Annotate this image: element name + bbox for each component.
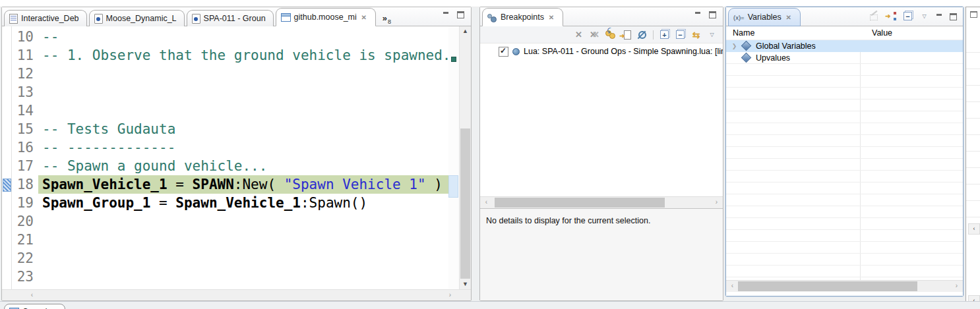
annotation-ruler-cell[interactable] [2, 194, 11, 212]
code-line[interactable]: 17-- Spawn a gound vehicle... [2, 157, 448, 175]
annotation-ruler-cell[interactable] [2, 157, 11, 175]
editor-tab-github-moose-mi[interactable]: github.moose_mi [276, 8, 376, 26]
maximize-button[interactable] [456, 11, 465, 18]
code-line[interactable]: 22 [2, 249, 448, 267]
breakpoints-toolbar: ⤹ [480, 26, 723, 43]
tab-breakpoints[interactable]: Breakpoints [482, 8, 563, 26]
close-icon[interactable] [547, 13, 555, 21]
link-with-debug-button[interactable] [690, 29, 702, 40]
annotation-ruler-cell[interactable] [2, 249, 11, 267]
scroll-right-arrow-icon[interactable]: › [712, 197, 721, 208]
scroll-left-arrow-icon[interactable]: ‹ [968, 223, 980, 235]
overview-ruler[interactable] [448, 26, 459, 289]
code-editor[interactable]: 10--11-- 1. Observe that the ground vehi… [2, 26, 448, 289]
editor-window-buttons [442, 7, 471, 18]
annotation-ruler-cell[interactable] [2, 212, 11, 231]
remove-breakpoint-button[interactable] [573, 29, 584, 40]
line-number: 17 [11, 157, 38, 175]
annotation-ruler-cell[interactable] [2, 65, 11, 83]
maximize-button[interactable] [970, 11, 977, 18]
code-segment-comment: -- Spawn a gound vehicle... [42, 158, 267, 174]
editor-horizontal-scrollbar[interactable]: ‹ › [2, 289, 471, 300]
annotation-ruler-cell[interactable] [2, 46, 11, 65]
line-number: 23 [11, 267, 38, 286]
variables-horizontal-scrollbar[interactable]: ‹ › [726, 280, 963, 292]
minimize-button[interactable] [694, 11, 702, 18]
code-text: -- 1. Observe that the ground vehicle is… [38, 46, 448, 65]
annotation-mark-icon[interactable] [451, 57, 456, 62]
annotation-ruler-cell[interactable] [2, 83, 11, 101]
variable-diamond-icon [741, 41, 752, 51]
expand-chevron-icon[interactable]: ❯ [729, 43, 739, 49]
breakpoint-checkbox[interactable] [499, 47, 508, 57]
scroll-up-arrow-icon[interactable]: ▲ [460, 26, 471, 36]
code-line[interactable]: 20 [2, 212, 448, 231]
annotation-ruler-cell[interactable] [2, 28, 11, 46]
editor-vertical-scrollbar[interactable]: ▲ ▼ [459, 26, 471, 289]
show-logical-structure-button[interactable] [886, 11, 897, 22]
instruction-pointer-icon [3, 179, 11, 192]
horizontal-scroll-thumb[interactable] [738, 281, 917, 291]
scroll-left-arrow-icon[interactable]: ‹ [27, 290, 37, 300]
editor-tab-spa-011-groun[interactable]: SPA-011 - Groun [187, 10, 274, 26]
close-icon[interactable] [785, 13, 793, 21]
annotation-ruler-cell[interactable] [2, 231, 11, 249]
scroll-right-arrow-icon[interactable]: › [445, 290, 455, 300]
maximize-button[interactable] [708, 11, 717, 18]
variable-row-global-variables[interactable]: ❯Global Variables [726, 40, 963, 52]
scroll-left-arrow-icon[interactable]: ‹ [481, 197, 491, 208]
view-menu-button[interactable] [706, 29, 718, 40]
close-icon[interactable] [360, 13, 368, 21]
table-row-empty [726, 76, 963, 88]
clipped-row [966, 168, 980, 184]
code-line[interactable]: 13 [2, 83, 448, 101]
code-line[interactable]: 12 [2, 65, 448, 83]
editor-tab-interactive-deb[interactable]: Interactive_Deb [4, 10, 87, 26]
view-menu-button[interactable] [919, 11, 930, 22]
code-line[interactable]: 11-- 1. Observe that the ground vehicle … [2, 46, 448, 65]
column-header-value[interactable]: Value [867, 26, 963, 40]
show-breakpoints-for-target-button[interactable]: ⤹ [605, 29, 616, 40]
skip-all-breakpoints-button[interactable] [636, 29, 648, 40]
minimize-button[interactable] [442, 11, 450, 18]
collapse-all-button[interactable] [675, 29, 686, 40]
annotation-ruler-cell[interactable] [2, 267, 11, 286]
go-to-file-for-breakpoint-button[interactable] [621, 29, 632, 40]
minimize-button[interactable] [935, 13, 944, 20]
toolbar-separator [653, 30, 654, 40]
collapse-all-button[interactable] [902, 11, 913, 22]
code-line[interactable]: 15-- Tests Gudauta [2, 120, 448, 138]
horizontal-scroll-thumb[interactable] [495, 198, 665, 208]
code-line[interactable]: 16-- ------------- [2, 138, 448, 157]
variable-row-upvalues[interactable]: Upvalues [726, 52, 963, 64]
code-line[interactable]: 21 [2, 231, 448, 249]
annotation-ruler-cell[interactable] [2, 120, 11, 138]
scroll-right-arrow-icon[interactable]: › [952, 281, 962, 292]
breakpoints-tabbar: Breakpoints [480, 7, 723, 26]
code-text [38, 65, 448, 83]
more-editors-chevron[interactable]: 8 [383, 15, 391, 22]
maximize-button[interactable] [949, 13, 958, 20]
vertical-scroll-thumb[interactable] [460, 128, 470, 279]
breakpoints-horizontal-scrollbar[interactable]: ‹ › [480, 196, 723, 208]
tab-console[interactable]: Consol [4, 304, 65, 309]
scroll-down-arrow-icon[interactable]: ▼ [460, 279, 471, 289]
column-header-name[interactable]: Name [726, 26, 867, 40]
breakpoint-row[interactable]: Lua: SPA-011 - Ground Ops - Simple Spawn… [480, 45, 723, 57]
scroll-left-arrow-icon[interactable]: ‹ [727, 281, 737, 292]
code-text: Spawn_Vehicle_1 = SPAWN:New( "Spawn Vehi… [38, 175, 448, 194]
annotation-ruler-cell[interactable] [2, 101, 11, 120]
code-line[interactable]: 10-- [2, 28, 448, 46]
line-number: 15 [11, 120, 38, 138]
tab-variables[interactable]: (x)= Variables [728, 8, 801, 26]
code-line[interactable]: 23 [2, 267, 448, 286]
annotation-ruler-cell[interactable] [2, 175, 11, 194]
editor-tab-moose-dynamic-l[interactable]: Moose_Dynamic_L [89, 10, 185, 26]
expand-all-button[interactable] [659, 29, 670, 40]
editor-tab-label: SPA-011 - Groun [204, 14, 266, 23]
remove-all-breakpoints-button[interactable] [589, 29, 600, 40]
code-line[interactable]: 19Spawn_Group_1 = Spawn_Vehicle_1:Spawn(… [2, 194, 448, 212]
annotation-ruler-cell[interactable] [2, 138, 11, 157]
code-line[interactable]: 18Spawn_Vehicle_1 = SPAWN:New( "Spawn Ve… [2, 175, 448, 194]
code-line[interactable]: 14 [2, 101, 448, 120]
